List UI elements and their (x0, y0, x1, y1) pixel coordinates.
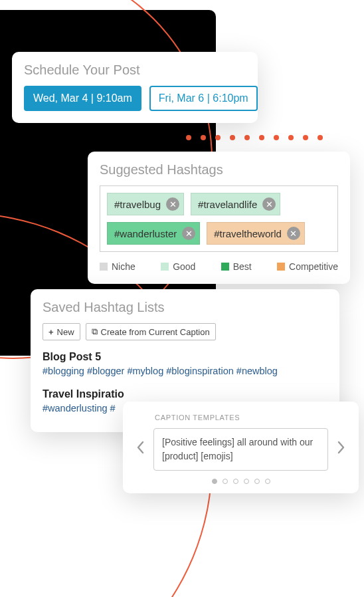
pager-dot[interactable] (254, 479, 260, 484)
remove-hashtag-icon[interactable]: ✕ (166, 197, 179, 211)
remove-hashtag-icon[interactable]: ✕ (182, 227, 195, 240)
decorative-dots (186, 135, 323, 140)
pager-dot[interactable] (212, 479, 217, 484)
prev-template-button[interactable] (132, 441, 149, 458)
schedule-time-option[interactable]: Fri, Mar 6 | 6:10pm (149, 86, 258, 111)
suggested-hashtags-card: Suggested Hashtags #travelbug ✕ #travela… (88, 152, 350, 284)
legend-good: Good (161, 261, 195, 272)
caption-templates-card: CAPTION TEMPLATES [Positive feelings] al… (123, 402, 359, 493)
hashtag-label: #traveltheworld (214, 228, 282, 239)
new-list-button[interactable]: + New (43, 323, 80, 340)
legend-competitive: Competitive (277, 261, 338, 272)
pager-dot[interactable] (265, 479, 270, 484)
chevron-left-icon (136, 441, 145, 454)
duplicate-icon: ⧉ (92, 326, 98, 337)
card-title: CAPTION TEMPLATES (132, 414, 349, 421)
schedule-time-option[interactable]: Wed, Mar 4 | 9:10am (24, 86, 141, 111)
saved-list-item[interactable]: Blog Post 5 #blogging #blogger #myblog #… (43, 351, 327, 376)
caption-template-text[interactable]: [Positive feelings] all around with our … (153, 428, 328, 471)
plus-icon: + (48, 327, 54, 337)
list-name: Travel Inspiratio (43, 388, 124, 400)
template-pager (132, 479, 349, 484)
hashtag-label: #wanderluster (114, 228, 177, 239)
legend-best: Best (221, 261, 252, 272)
hashtag-label: #travelbug (114, 199, 161, 210)
button-label: New (57, 327, 74, 337)
pager-dot[interactable] (244, 479, 249, 484)
hashtag-chip[interactable]: #wanderluster ✕ (107, 222, 200, 245)
hashtag-label: #travelandlife (198, 199, 257, 210)
card-title: Saved Hashtag Lists (43, 300, 327, 315)
button-label: Create from Current Caption (101, 327, 210, 337)
card-title: Schedule Your Post (24, 62, 246, 78)
remove-hashtag-icon[interactable]: ✕ (287, 227, 300, 240)
hashtag-container: #travelbug ✕ #travelandlife ✕ #wanderlus… (100, 185, 338, 252)
pager-dot[interactable] (223, 479, 228, 484)
hashtag-legend: Niche Good Best Competitive (100, 261, 338, 272)
hashtag-chip[interactable]: #travelandlife ✕ (191, 193, 280, 215)
hashtag-chip[interactable]: #traveltheworld ✕ (207, 222, 305, 245)
chevron-right-icon (336, 441, 345, 454)
legend-niche: Niche (100, 261, 136, 272)
list-count: 5 (95, 351, 101, 362)
list-tags: #blogging #blogger #myblog #bloginspirat… (43, 366, 327, 376)
pager-dot[interactable] (233, 479, 238, 484)
list-name: Blog Post (43, 351, 92, 362)
remove-hashtag-icon[interactable]: ✕ (262, 197, 276, 211)
next-template-button[interactable] (332, 441, 349, 458)
hashtag-chip[interactable]: #travelbug ✕ (107, 193, 184, 215)
schedule-post-card: Schedule Your Post Wed, Mar 4 | 9:10am F… (12, 52, 258, 123)
create-from-caption-button[interactable]: ⧉ Create from Current Caption (86, 323, 216, 340)
card-title: Suggested Hashtags (100, 162, 338, 178)
